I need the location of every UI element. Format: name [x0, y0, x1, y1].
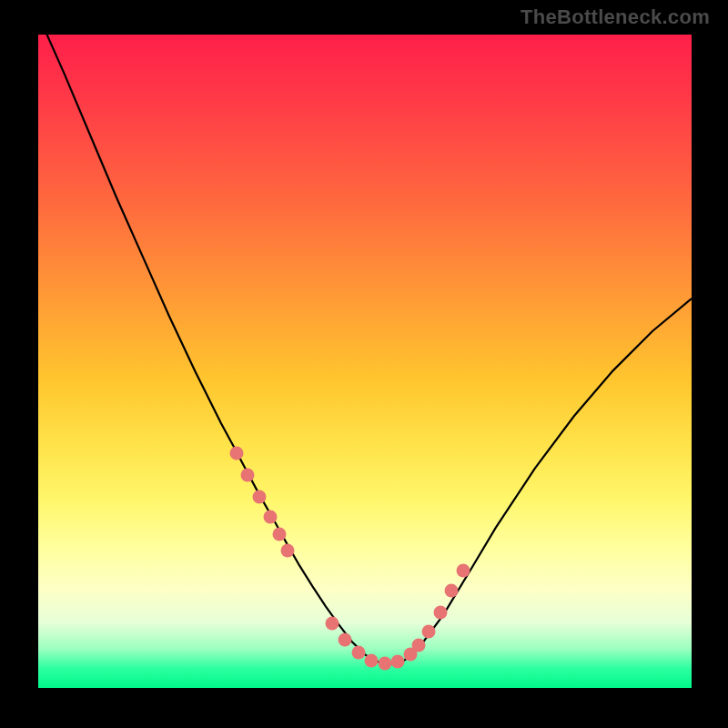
marker-dot — [351, 645, 365, 659]
marker-dot — [339, 632, 352, 646]
marker-dot — [263, 510, 277, 523]
marker-dot — [365, 653, 379, 667]
marker-dot — [326, 616, 339, 630]
bottleneck-curve — [38, 35, 692, 688]
marker-dot — [230, 446, 244, 460]
marker-dot — [411, 638, 425, 652]
watermark-text: TheBottleneck.com — [521, 5, 710, 29]
marker-dot — [390, 655, 404, 669]
marker-dot — [281, 544, 295, 558]
chart-frame: TheBottleneck.com — [0, 0, 728, 728]
marker-dot — [433, 605, 447, 619]
marker-dot — [241, 468, 255, 481]
plot-area — [38, 35, 692, 688]
marker-dot — [456, 563, 470, 577]
marker-dot — [421, 624, 435, 638]
marker-dot — [253, 490, 267, 504]
marker-dot — [445, 584, 459, 598]
marker-dot — [272, 528, 286, 541]
marker-dot — [378, 657, 391, 671]
